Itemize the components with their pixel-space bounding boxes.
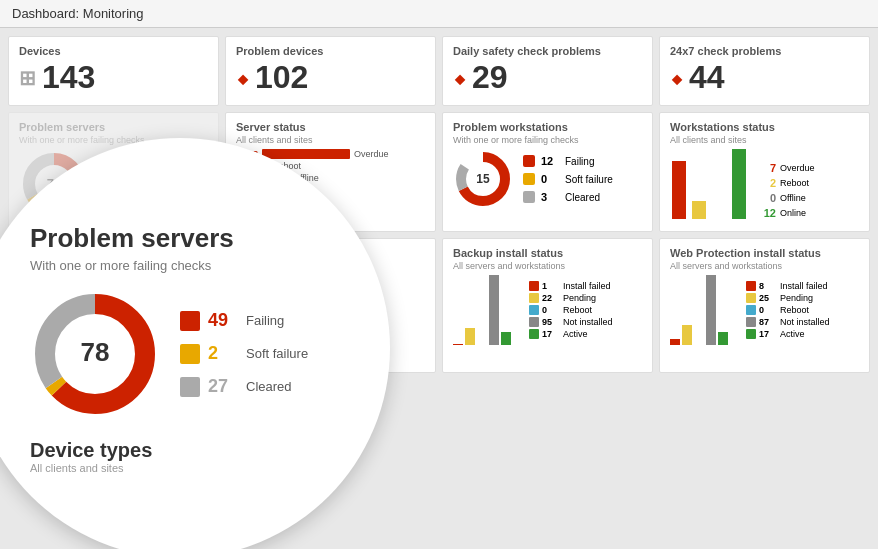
workstations-status-title: Workstations status bbox=[670, 121, 859, 133]
devices-value: 143 bbox=[42, 59, 95, 96]
svg-rect-13 bbox=[465, 328, 475, 345]
server-bar-label-overdue: Overdue bbox=[354, 149, 389, 159]
warn-icon-daily: ⬥ bbox=[453, 65, 466, 91]
workstations-status-card[interactable]: Workstations status All clients and site… bbox=[659, 112, 870, 232]
web-protection-title: Web Protection install status bbox=[670, 247, 859, 259]
svg-text:78: 78 bbox=[81, 337, 110, 367]
header-title: Dashboard: Monitoring bbox=[12, 6, 144, 21]
overlay-title: Problem servers bbox=[30, 223, 330, 254]
web-protection-subtitle: All servers and workstations bbox=[670, 261, 859, 271]
workstations-bar-chart bbox=[670, 149, 750, 219]
backup-bar-chart bbox=[453, 275, 523, 345]
svg-rect-16 bbox=[501, 332, 511, 345]
svg-rect-20 bbox=[706, 275, 716, 345]
problem-workstations-card[interactable]: Problem workstations With one or more fa… bbox=[442, 112, 653, 232]
backup-title: Backup install status bbox=[453, 247, 642, 259]
svg-rect-15 bbox=[489, 275, 499, 345]
warn-icon-problem-devices: ⬥ bbox=[236, 65, 249, 91]
overlay-legend-cleared: 27 Cleared bbox=[180, 376, 308, 397]
svg-rect-18 bbox=[682, 325, 692, 345]
problem-servers-title: Problem servers bbox=[19, 121, 208, 133]
app-header: Dashboard: Monitoring bbox=[0, 0, 878, 28]
overlay-legend-soft: 2 Soft failure bbox=[180, 343, 308, 364]
svg-rect-12 bbox=[453, 344, 463, 345]
warn-icon-24x7: ⬥ bbox=[670, 65, 683, 91]
problem-workstations-subtitle: With one or more failing checks bbox=[453, 135, 642, 145]
svg-rect-17 bbox=[670, 339, 680, 345]
web-protection-card[interactable]: Web Protection install status All server… bbox=[659, 238, 870, 373]
server-status-subtitle: All clients and sites bbox=[236, 135, 425, 145]
overlay-donut: 78 bbox=[30, 289, 160, 419]
overlay-legend-failing: 49 Failing bbox=[180, 310, 308, 331]
devices-icon: ⊞ bbox=[19, 66, 36, 90]
problem-devices-label: Problem devices bbox=[236, 45, 425, 57]
devices-label: Devices bbox=[19, 45, 208, 57]
overlay-content: Problem servers With one or more failing… bbox=[0, 203, 370, 494]
web-protection-bar-chart bbox=[670, 275, 740, 345]
svg-rect-9 bbox=[692, 201, 706, 219]
problem-devices-value: 102 bbox=[255, 59, 308, 96]
daily-safety-label: Daily safety check problems bbox=[453, 45, 642, 57]
server-bar-overdue bbox=[262, 149, 350, 159]
check-24x7-label: 24x7 check problems bbox=[670, 45, 859, 57]
overlay-subtitle: With one or more failing checks bbox=[30, 258, 330, 273]
daily-safety-value: 29 bbox=[472, 59, 508, 96]
svg-rect-8 bbox=[672, 161, 686, 219]
backup-subtitle: All servers and workstations bbox=[453, 261, 642, 271]
check-24x7-value: 44 bbox=[689, 59, 725, 96]
svg-rect-21 bbox=[718, 332, 728, 345]
devices-card[interactable]: Devices ⊞ 143 bbox=[8, 36, 219, 106]
backup-status-card[interactable]: Backup install status All servers and wo… bbox=[442, 238, 653, 373]
workstations-status-subtitle: All clients and sites bbox=[670, 135, 859, 145]
svg-rect-11 bbox=[732, 149, 746, 219]
device-types-subtitle: All clients and sites bbox=[30, 462, 330, 474]
device-types-title: Device types bbox=[30, 439, 330, 462]
server-status-title: Server status bbox=[236, 121, 425, 133]
problem-workstations-title: Problem workstations bbox=[453, 121, 642, 133]
svg-text:15: 15 bbox=[476, 172, 490, 186]
problem-workstations-donut: 15 bbox=[453, 149, 513, 209]
device-types-section: Device types All clients and sites bbox=[30, 439, 330, 474]
problem-devices-card[interactable]: Problem devices ⬥ 102 bbox=[225, 36, 436, 106]
check-24x7-card[interactable]: 24x7 check problems ⬥ 44 bbox=[659, 36, 870, 106]
daily-safety-card[interactable]: Daily safety check problems ⬥ 29 bbox=[442, 36, 653, 106]
